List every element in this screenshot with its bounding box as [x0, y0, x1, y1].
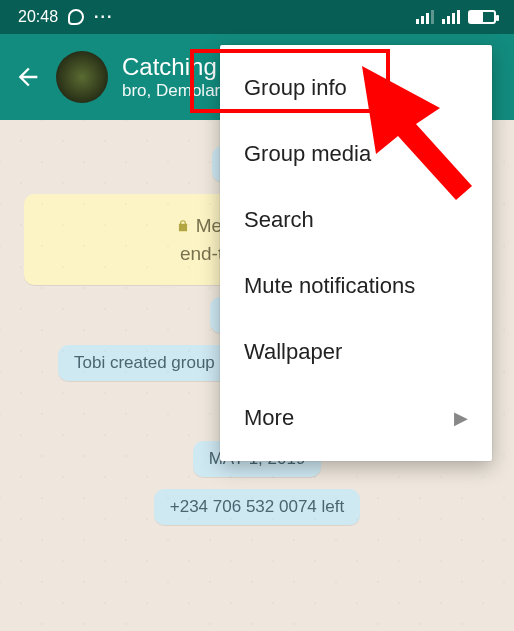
svg-rect-5 [447, 16, 450, 24]
status-time: 20:48 [18, 8, 58, 26]
menu-item-group-media[interactable]: Group media [220, 121, 492, 187]
menu-item-group-info[interactable]: Group info [220, 55, 492, 121]
menu-item-mute[interactable]: Mute notifications [220, 253, 492, 319]
menu-label: More [244, 405, 294, 431]
svg-rect-6 [452, 13, 455, 24]
group-avatar[interactable] [56, 51, 108, 103]
system-message: +234 706 532 0074 left [154, 489, 360, 525]
menu-item-wallpaper[interactable]: Wallpaper [220, 319, 492, 385]
svg-rect-1 [421, 16, 424, 24]
menu-label: Mute notifications [244, 273, 415, 299]
svg-rect-7 [457, 10, 460, 24]
overflow-menu: Group info Group media Search Mute notif… [220, 45, 492, 461]
svg-rect-2 [426, 13, 429, 24]
menu-item-more[interactable]: More ▶ [220, 385, 492, 451]
menu-label: Search [244, 207, 314, 233]
svg-rect-3 [431, 10, 434, 24]
chevron-right-icon: ▶ [454, 407, 468, 429]
battery-icon [468, 10, 496, 24]
menu-label: Group media [244, 141, 371, 167]
status-bar: 20:48 ··· [0, 0, 514, 34]
system-message: Tobi created group [58, 345, 231, 381]
chat-bubble-icon [68, 9, 84, 25]
signal-icon-1 [416, 10, 434, 24]
menu-label: Group info [244, 75, 347, 101]
svg-rect-0 [416, 19, 419, 24]
status-more-icon: ··· [94, 8, 113, 26]
menu-label: Wallpaper [244, 339, 342, 365]
menu-item-search[interactable]: Search [220, 187, 492, 253]
signal-icon-2 [442, 10, 460, 24]
back-arrow-icon[interactable] [14, 63, 42, 91]
lock-icon [176, 219, 190, 233]
svg-rect-4 [442, 19, 445, 24]
